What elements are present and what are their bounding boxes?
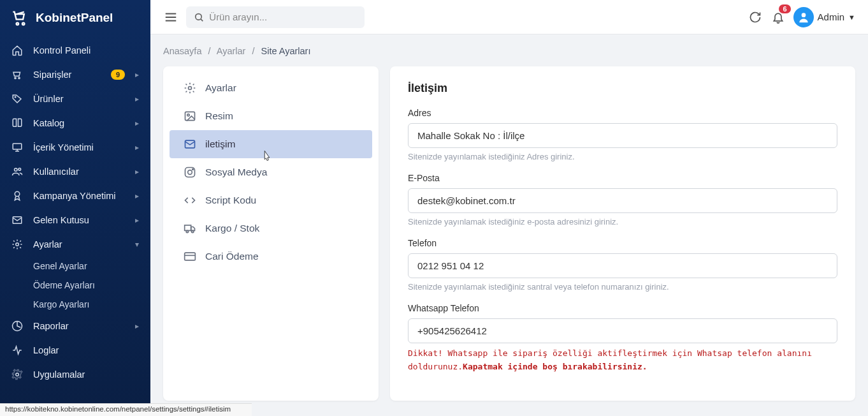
search-icon — [194, 11, 204, 23]
svg-point-20 — [192, 169, 194, 170]
chevron-right-icon: ▸ — [135, 322, 139, 331]
brand[interactable]: KobinetPanel — [0, 0, 150, 36]
tab-script-kodu[interactable]: Script Kodu — [170, 186, 372, 214]
tab-resim[interactable]: Resim — [170, 102, 372, 130]
tab-kargo-stok[interactable]: Kargo / Stok — [170, 214, 372, 242]
user-name: Admin — [818, 11, 845, 22]
input-eposta[interactable] — [408, 188, 837, 213]
nav-kullanicilar[interactable]: Kullanıcılar ▸ — [0, 160, 150, 184]
svg-point-13 — [801, 13, 806, 17]
field-telefon: Telefon Sitenizde yayınlamak istediğiniz… — [408, 238, 837, 292]
credit-card-icon — [184, 250, 196, 263]
chevron-right-icon: ▸ — [135, 143, 139, 152]
svg-rect-5 — [13, 144, 22, 149]
svg-point-10 — [16, 243, 19, 246]
crumb-sep: / — [252, 46, 254, 56]
avatar — [793, 7, 814, 27]
image-icon — [184, 110, 196, 123]
search-box[interactable] — [186, 6, 365, 28]
notifications-badge: 6 — [779, 4, 790, 13]
svg-point-8 — [15, 191, 20, 197]
svg-point-1 — [22, 23, 25, 26]
nav-uygulamalar[interactable]: Uygulamalar — [0, 362, 150, 387]
settings-submenu: Ayarlar Resim iletişim Sosyal Medya Scri… — [163, 66, 379, 401]
nav-label: İçerik Yönetimi — [33, 142, 125, 152]
sidebar: KobinetPanel Kontrol Paneli Siparişler 9… — [0, 0, 150, 416]
users-icon — [11, 166, 23, 177]
form-title: İletişim — [408, 82, 837, 95]
crumb-settings[interactable]: Ayarlar — [217, 46, 246, 56]
svg-rect-24 — [185, 253, 196, 260]
nav-ayarlar-sub: Genel Ayarlar Ödeme Ayarları Kargo Ayarl… — [0, 256, 150, 314]
input-adres[interactable] — [408, 123, 837, 148]
crumb-home[interactable]: Anasayfa — [163, 46, 201, 56]
user-icon — [797, 11, 810, 24]
chevron-right-icon: ▸ — [135, 216, 139, 225]
svg-rect-15 — [185, 112, 195, 120]
menu-toggle-button[interactable] — [163, 10, 178, 25]
nav-sub-genel-ayarlar[interactable]: Genel Ayarlar — [33, 256, 150, 276]
nav-raporlar[interactable]: Raporlar ▸ — [0, 314, 150, 338]
chevron-right-icon: ▸ — [135, 119, 139, 128]
tab-iletisim[interactable]: iletişim — [170, 130, 372, 158]
gear-icon — [184, 82, 196, 94]
input-telefon[interactable] — [408, 253, 837, 278]
hamburger-icon — [164, 10, 178, 24]
instagram-icon — [184, 166, 196, 179]
label-whatsapp: Whatsapp Telefon — [408, 303, 837, 313]
nav-icerik-yonetimi[interactable]: İçerik Yönetimi ▸ — [0, 135, 150, 160]
svg-point-11 — [16, 373, 19, 376]
chevron-down-icon: ▾ — [135, 240, 139, 249]
label-eposta: E-Posta — [408, 173, 837, 183]
input-whatsapp[interactable] — [408, 318, 837, 343]
nav-gelen-kutusu[interactable]: Gelen Kutusu ▸ — [0, 208, 150, 232]
nav-urunler[interactable]: Ürünler ▸ — [0, 87, 150, 111]
tab-sosyal-medya[interactable]: Sosyal Medya — [170, 158, 372, 186]
nav-sub-odeme-ayarlari[interactable]: Ödeme Ayarları — [33, 276, 150, 295]
crumb-current: Site Ayarları — [261, 46, 311, 56]
nav-sub-kargo-ayarlari[interactable]: Kargo Ayarları — [33, 295, 150, 314]
nav-label: Kullanıcılar — [33, 167, 125, 177]
nav-katalog[interactable]: Katalog ▸ — [0, 111, 150, 135]
sidebar-nav: Kontrol Paneli Siparişler 9 ▸ Ürünler ▸ … — [0, 36, 150, 389]
svg-point-22 — [186, 230, 188, 232]
main: Anasayfa / Ayarlar / Site Ayarları Ayarl… — [150, 34, 868, 416]
nav-kampanya-yonetimi[interactable]: Kampanya Yönetimi ▸ — [0, 184, 150, 208]
refresh-button[interactable] — [748, 10, 763, 25]
notifications-button[interactable]: 6 — [770, 10, 786, 25]
help-telefon: Sitenizde yayınlamak istediğiniz santral… — [408, 282, 837, 292]
svg-point-2 — [15, 77, 16, 78]
activity-icon — [11, 345, 23, 356]
nav-siparisler[interactable]: Siparişler 9 ▸ — [0, 63, 150, 87]
monitor-icon — [11, 142, 23, 153]
nav-label: Kampanya Yönetimi — [33, 191, 125, 201]
svg-point-12 — [196, 13, 202, 20]
tab-ayarlar[interactable]: Ayarlar — [170, 74, 372, 102]
tab-label: Ayarlar — [205, 82, 236, 94]
mail-icon — [184, 138, 196, 151]
brand-label: KobinetPanel — [36, 11, 113, 25]
nav-ayarlar[interactable]: Ayarlar ▾ — [0, 232, 150, 256]
user-menu[interactable]: Admin ▼ — [793, 7, 855, 27]
book-icon — [11, 117, 23, 129]
award-icon — [11, 190, 23, 202]
nav-label: Katalog — [33, 118, 125, 128]
nav-loglar[interactable]: Loglar — [0, 338, 150, 362]
contact-form: İletişim Adres Sitenizde yayınlamak iste… — [390, 66, 855, 401]
tab-label: iletişim — [205, 138, 235, 150]
svg-point-7 — [18, 168, 21, 170]
nav-label: Uygulamalar — [33, 369, 139, 380]
label-telefon: Telefon — [408, 238, 837, 248]
tab-label: Sosyal Medya — [205, 167, 267, 178]
field-adres: Adres Sitenizde yayınlamak istediğiniz A… — [408, 108, 837, 161]
label-adres: Adres — [408, 108, 837, 118]
nav-kontrol-paneli[interactable]: Kontrol Paneli — [0, 38, 150, 63]
tab-cari-odeme[interactable]: Cari Ödeme — [170, 242, 372, 271]
search-input[interactable] — [209, 11, 357, 22]
svg-point-4 — [15, 96, 16, 98]
svg-point-23 — [192, 230, 194, 232]
chevron-down-icon: ▼ — [848, 13, 855, 21]
help-adres: Sitenizde yayınlamak istediğiniz Adres g… — [408, 152, 837, 161]
code-icon — [184, 194, 196, 207]
chevron-right-icon: ▸ — [135, 94, 139, 103]
